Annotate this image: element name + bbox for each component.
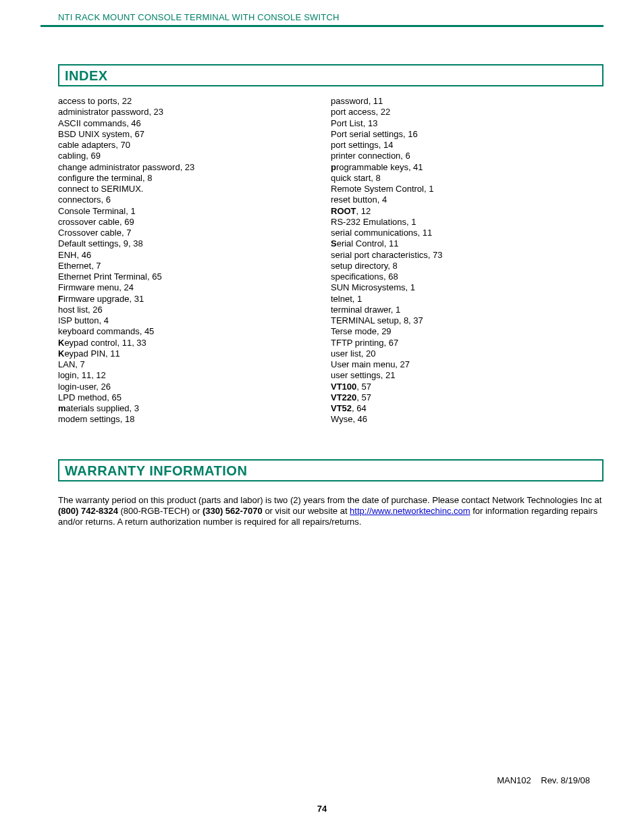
index-entry: Keypad PIN, 11 [58,348,331,359]
index-entry: printer connection, 6 [331,151,603,161]
index-entry: Crossover cable, 7 [58,228,331,238]
index-entry: change administrator password, 23 [58,162,331,173]
index-entry: User main menu, 27 [331,359,603,370]
index-entry: user list, 20 [331,348,603,359]
index-entry: SUN Microsystems, 1 [331,282,603,293]
index-entry: cable adapters, 70 [58,140,331,151]
index-title: INDEX [65,68,597,84]
index-entry: LPD method, 65 [58,392,331,403]
index-entry: connect to SERIMUX. [58,184,331,194]
index-entry: modem settings, 18 [58,414,331,425]
index-entry: TFTP printing, 67 [331,338,603,348]
index-entry: BSD UNIX system, 67 [58,129,331,140]
warranty-title-box: WARRANTY INFORMATION [58,459,603,481]
warranty-phone-1: (800) 742-8324 [58,506,118,516]
index-entry: materials supplied, 3 [58,403,331,414]
index-column-left: access to ports, 22administrator passwor… [58,96,331,425]
index-entry: VT52, 64 [331,403,603,414]
index-entry: login-user, 26 [58,382,331,392]
index-entry: programmable keys, 41 [331,162,603,173]
index-entry: ROOT, 12 [331,206,603,217]
index-entry: Keypad control, 11, 33 [58,338,331,348]
index-entry: Wyse, 46 [331,414,603,425]
index-entry: Serial Control, 11 [331,238,603,249]
index-entry: connectors, 6 [58,194,331,205]
index-entry: Default settings, 9, 38 [58,238,331,249]
index-entry: telnet, 1 [331,294,603,305]
index-entry: configure the terminal, 8 [58,173,331,184]
index-entry: keyboard commands, 45 [58,326,331,337]
index-entry: terminal drawer, 1 [331,305,603,315]
warranty-text-a: The warranty period on this product (par… [58,495,601,505]
page-header: NTI RACK MOUNT CONSOLE TERMINAL WITH CON… [41,12,603,25]
warranty-title: WARRANTY INFORMATION [65,463,597,479]
index-columns: access to ports, 22administrator passwor… [58,96,603,425]
index-entry: TERMINAL setup, 8, 37 [331,315,603,326]
index-entry: LAN, 7 [58,359,331,370]
index-entry: VT100, 57 [331,382,603,392]
index-entry: crossover cable, 69 [58,217,331,228]
index-entry: serial port characteristics, 73 [331,250,603,261]
index-entry: password, 11 [331,96,603,107]
index-entry: VT220, 57 [331,392,603,403]
index-entry: reset button, 4 [331,194,603,205]
warranty-text-b: (800-RGB-TECH) or [118,506,203,516]
index-entry: Port serial settings, 16 [331,129,603,140]
index-entry: login, 11, 12 [58,370,331,381]
index-entry: specifications, 68 [331,271,603,282]
warranty-link[interactable]: http://www.networktechinc.com [350,506,470,516]
index-entry: Port List, 13 [331,118,603,129]
index-entry: Terse mode, 29 [331,326,603,337]
index-entry: user settings, 21 [331,370,603,381]
page-number: 74 [0,804,644,814]
index-title-box: INDEX [58,64,603,86]
index-entry: access to ports, 22 [58,96,331,107]
index-entry: RS-232 Emulations, 1 [331,217,603,228]
index-entry: Console Terminal, 1 [58,206,331,217]
header-divider [41,25,603,27]
index-entry: port access, 22 [331,107,603,118]
index-entry: cabling, 69 [58,151,331,161]
index-entry: Ethernet Print Terminal, 65 [58,271,331,282]
warranty-paragraph: The warranty period on this product (par… [58,495,603,528]
index-entry: Ethernet, 7 [58,261,331,271]
index-entry: quick start, 8 [331,173,603,184]
footer-revision: MAN102 Rev. 8/19/08 [497,775,590,785]
index-entry: Remote System Control, 1 [331,184,603,194]
index-entry: port settings, 14 [331,140,603,151]
index-column-right: password, 11port access, 22Port List, 13… [331,96,603,425]
index-entry: administrator password, 23 [58,107,331,118]
index-entry: setup directory, 8 [331,261,603,271]
index-entry: serial communications, 11 [331,228,603,238]
index-entry: Firmware upgrade, 31 [58,294,331,305]
index-entry: ASCII commands, 46 [58,118,331,129]
warranty-text-c: or visit our website at [263,506,350,516]
index-entry: Firmware menu, 24 [58,282,331,293]
warranty-phone-2: (330) 562-7070 [203,506,263,516]
index-entry: host list, 26 [58,305,331,315]
index-entry: ENH, 46 [58,250,331,261]
index-entry: ISP button, 4 [58,315,331,326]
